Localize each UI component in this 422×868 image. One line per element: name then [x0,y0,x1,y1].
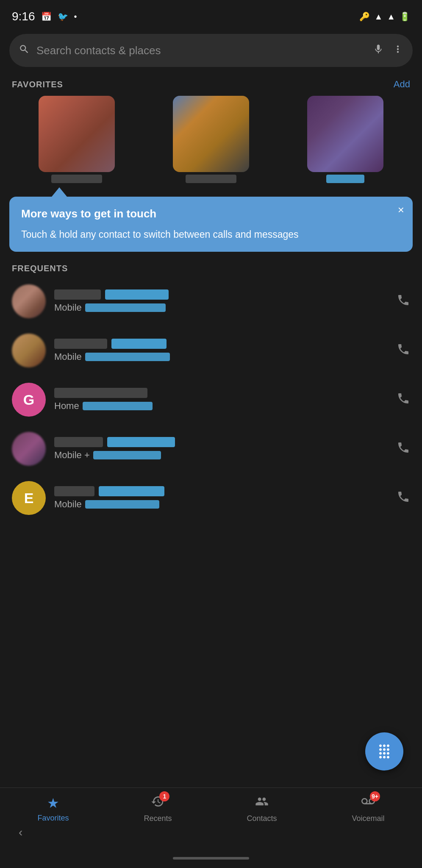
favorite-name-1 [51,175,102,183]
contact-type-3: Home [54,401,79,412]
contact-avatar-2 [12,334,46,367]
favorite-avatar-2 [173,96,249,172]
more-options-icon[interactable] [392,44,403,58]
frequent-contact-4[interactable]: Mobile + [0,424,422,473]
add-favorite-button[interactable]: Add [394,79,410,90]
contact-name-blue-4 [107,437,175,447]
contact-info-2: Mobile [54,339,397,362]
tooltip-container: × More ways to get in touch Touch & hold… [9,187,413,252]
key-icon: 🔑 [359,11,370,22]
favorite-avatar-3 [307,96,383,172]
call-icon-5[interactable] [397,490,410,506]
favorite-avatar-1 [39,96,115,172]
contact-info-4: Mobile + [54,437,397,461]
tooltip-close-button[interactable]: × [398,203,404,217]
search-bar[interactable]: Search contacts & places [9,34,413,67]
contact-number-row-3: Home [54,401,397,412]
recents-badge: 1 [159,791,169,801]
contact-number-blur-5 [85,500,159,509]
status-left: 9:16 📅 🐦 • [12,10,77,23]
dialpad-fab[interactable] [365,732,403,771]
favorites-grid [0,96,422,183]
voicemail-badge: 9+ [370,791,380,801]
call-icon-2[interactable] [397,342,410,359]
contact-number-blur-1 [85,303,166,312]
contact-name-row-4 [54,437,397,447]
dot-icon: • [74,12,77,22]
favorites-title: FAVORITES [12,80,63,89]
frequent-contact-5[interactable]: E Mobile [0,473,422,523]
tooltip-body: Touch & hold any contact to switch betwe… [21,227,401,242]
call-icon-3[interactable] [397,392,410,408]
frequent-contact-1[interactable]: Mobile [0,277,422,326]
contact-number-row-1: Mobile [54,302,397,313]
favorite-contact-3[interactable] [278,96,413,183]
recents-nav-label: Recents [144,814,172,823]
home-indicator [173,857,249,860]
tooltip-arrow [52,187,67,197]
nav-favorites[interactable]: ★ Favorites [37,795,69,823]
contact-name-blur-4 [54,437,103,447]
contact-avatar-1 [12,284,46,318]
contact-number-blur-4 [93,451,161,459]
contact-name-blue-2 [111,339,167,349]
nav-voicemail[interactable]: 9+ Voicemail [352,795,384,823]
frequent-contact-3[interactable]: G Home [0,375,422,424]
contact-info-1: Mobile [54,289,397,313]
search-icon [19,44,30,58]
favorite-contact-2[interactable] [144,96,278,183]
frequents-title: FREQUENTS [12,264,68,273]
contacts-nav-icon [255,795,269,812]
contact-name-blur-5 [54,486,94,496]
contact-name-row-1 [54,289,397,300]
contacts-nav-label: Contacts [247,814,277,823]
nav-recents[interactable]: 1 Recents [144,795,172,823]
contact-number-blur-3 [83,402,153,410]
status-time: 9:16 [12,10,35,23]
contact-avatar-4 [12,432,46,466]
bottom-nav: ★ Favorites 1 Recents Contacts 9+ Voicem… [0,787,422,830]
calendar-icon: 📅 [41,11,52,22]
contact-name-blur-1 [54,289,101,300]
voicemail-nav-icon: 9+ [361,795,375,812]
contact-name-row-5 [54,486,397,496]
contact-type-5: Mobile [54,499,82,510]
twitter-icon: 🐦 [58,11,68,22]
wifi-icon: ▲ [374,12,383,22]
search-placeholder: Search contacts & places [36,44,373,57]
status-right: 🔑 ▲ ▲ 🔋 [359,11,410,22]
back-button[interactable]: ‹ [19,826,22,839]
call-icon-1[interactable] [397,293,410,310]
favorite-name-3 [326,175,364,183]
tooltip-bubble: × More ways to get in touch Touch & hold… [9,197,413,252]
tooltip-title: More ways to get in touch [21,207,401,221]
contact-info-5: Mobile [54,486,397,510]
contact-name-blur-3 [54,388,147,398]
frequent-contact-2[interactable]: Mobile [0,326,422,375]
voicemail-nav-label: Voicemail [352,814,384,823]
contact-number-row-5: Mobile [54,499,397,510]
contact-name-row-3 [54,388,397,398]
contact-number-blur-2 [85,353,170,361]
favorites-header: FAVORITES Add [0,75,422,96]
battery-icon: 🔋 [400,11,410,22]
contact-name-row-2 [54,339,397,349]
contact-name-blue-1 [105,289,169,300]
microphone-icon[interactable] [373,44,384,58]
contact-info-3: Home [54,388,397,412]
signal-icon: ▲ [387,12,395,22]
recents-nav-icon: 1 [151,795,164,812]
favorite-contact-1[interactable] [9,96,144,183]
nav-contacts[interactable]: Contacts [247,795,277,823]
status-bar: 9:16 📅 🐦 • 🔑 ▲ ▲ 🔋 [0,0,422,30]
contact-type-2: Mobile [54,351,82,362]
contact-number-row-2: Mobile [54,351,397,362]
contact-name-blue-5 [99,486,164,496]
contact-avatar-3: G [12,383,46,417]
contact-name-blur-2 [54,339,107,349]
call-icon-4[interactable] [397,441,410,457]
contact-type-1: Mobile [54,302,82,313]
frequents-header: FREQUENTS [0,256,422,277]
contact-number-row-4: Mobile + [54,450,397,461]
favorite-name-2 [186,175,236,183]
